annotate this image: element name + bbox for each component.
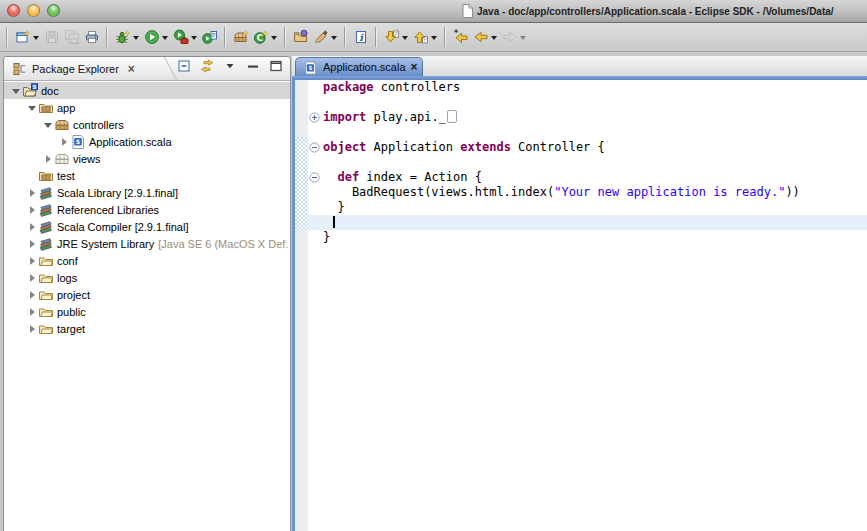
zoom-button[interactable] <box>47 4 60 17</box>
next-annotation-button[interactable] <box>382 25 411 49</box>
debug-button[interactable] <box>113 25 142 49</box>
window-title-text: Java - doc/app/controllers/Application.s… <box>477 6 834 17</box>
run-history-dropdown-arrow-icon[interactable] <box>190 35 198 40</box>
run-button[interactable] <box>142 25 171 49</box>
project-tree[interactable]: SdocappcontrollersSApplication.scalaview… <box>4 81 290 531</box>
save-all-button[interactable] <box>62 25 82 49</box>
expand-arrow[interactable] <box>26 206 38 214</box>
svg-text:S: S <box>76 137 80 144</box>
tree-item-views[interactable]: views <box>4 150 290 167</box>
close-button[interactable] <box>7 4 20 17</box>
expand-arrow[interactable] <box>58 138 70 146</box>
tree-item-conf[interactable]: conf <box>4 252 290 269</box>
expand-arrow[interactable] <box>26 325 38 333</box>
minimize-button[interactable] <box>244 59 262 77</box>
save-button[interactable] <box>42 25 62 49</box>
library-icon <box>38 202 54 218</box>
tree-item-public[interactable]: public <box>4 303 290 320</box>
debug-dropdown-arrow-icon[interactable] <box>132 35 140 40</box>
code-line-8[interactable]: BadRequest(views.html.index("Your new ap… <box>308 185 867 200</box>
expand-arrow[interactable] <box>42 121 54 128</box>
tree-item-test[interactable]: test <box>4 167 290 184</box>
tree-item-target[interactable]: target <box>4 320 290 337</box>
expand-arrow[interactable] <box>26 291 38 299</box>
previous-annotation-button[interactable] <box>411 25 440 49</box>
expand-arrow[interactable] <box>26 189 38 197</box>
string-token: "Your new application is ready." <box>554 185 785 199</box>
package-explorer-title: Package Explorer <box>32 63 119 75</box>
open-type-icon <box>293 29 309 45</box>
close-view-icon[interactable]: × <box>128 63 135 75</box>
last-edit-location-button[interactable]: * <box>451 25 471 49</box>
expand-arrow[interactable] <box>26 104 38 111</box>
package-explorer-tab[interactable]: Package Explorer × <box>4 57 135 80</box>
code-line-9[interactable]: } <box>308 200 867 215</box>
tree-item-app[interactable]: app <box>4 99 290 116</box>
code-line-10[interactable] <box>308 215 867 230</box>
search-brush-button[interactable] <box>311 25 340 49</box>
next-annotation-dropdown-arrow-icon[interactable] <box>401 35 409 40</box>
javadoc-info-button[interactable]: i <box>351 25 371 49</box>
collapse-all-button[interactable] <box>175 59 193 77</box>
maximize-button[interactable] <box>267 59 285 77</box>
code-line-6[interactable] <box>308 155 867 170</box>
run-dropdown-arrow-icon[interactable] <box>161 35 169 40</box>
code-line-5[interactable]: object Application extends Controller { <box>308 140 867 155</box>
back-dropdown-arrow-icon[interactable] <box>490 35 498 40</box>
expand-arrow[interactable] <box>42 155 54 163</box>
new-java-package-button[interactable] <box>231 25 251 49</box>
expand-arrow[interactable] <box>26 308 38 316</box>
expand-arrow[interactable] <box>26 223 38 231</box>
tree-item-application-scala[interactable]: SApplication.scala <box>4 133 290 150</box>
new-java-class-button[interactable]: C <box>251 25 280 49</box>
tree-item-jre-system-library[interactable]: JRE System Library[Java SE 6 (MacOS X De… <box>4 235 290 252</box>
code-editor[interactable]: package controllersimport play.api._obje… <box>292 80 867 531</box>
code-line-11[interactable]: } <box>308 230 867 245</box>
main-toolbar: Ci* <box>0 23 867 52</box>
tree-item-project[interactable]: project <box>4 286 290 303</box>
link-with-editor-button[interactable] <box>198 59 216 77</box>
tree-item-logs[interactable]: logs <box>4 269 290 286</box>
fold-plus-icon[interactable] <box>309 112 320 123</box>
code-line-3[interactable]: import play.api._ <box>308 110 867 125</box>
changed-lines-indicator <box>295 137 308 230</box>
tree-item-doc[interactable]: Sdoc <box>4 82 290 99</box>
minimize-button[interactable] <box>27 4 40 17</box>
expand-arrow[interactable] <box>10 87 22 94</box>
code-line-2[interactable] <box>308 95 867 110</box>
tree-item-controllers[interactable]: controllers <box>4 116 290 133</box>
code-text-area[interactable]: package controllersimport play.api._obje… <box>308 80 867 245</box>
expand-arrow[interactable] <box>26 240 38 248</box>
back-button[interactable] <box>471 25 500 49</box>
new-wizard-button[interactable] <box>13 25 42 49</box>
view-menu-button[interactable] <box>221 59 239 77</box>
tree-item-scala-compiler-2-9-1-final[interactable]: Scala Compiler [2.9.1.final] <box>4 218 290 235</box>
expand-arrow[interactable] <box>26 257 38 265</box>
search-brush-dropdown-arrow-icon[interactable] <box>330 35 338 40</box>
editor-tab-application-scala[interactable]: S Application.scala × <box>295 57 423 76</box>
collapsed-code-box[interactable] <box>447 110 457 123</box>
code-line-1[interactable]: package controllers <box>308 80 867 95</box>
forward-button[interactable] <box>500 25 529 49</box>
fold-minus-icon[interactable] <box>309 172 320 183</box>
new-java-class-dropdown-arrow-icon[interactable] <box>270 35 278 40</box>
run-history-button[interactable] <box>171 25 200 49</box>
code-line-4[interactable] <box>308 125 867 140</box>
print-button[interactable] <box>82 25 102 49</box>
next-annotation-icon <box>384 29 400 45</box>
open-type-button[interactable] <box>291 25 311 49</box>
close-tab-icon[interactable]: × <box>411 61 418 73</box>
svg-text:S: S <box>308 64 312 70</box>
tree-item-referenced-libraries[interactable]: Referenced Libraries <box>4 201 290 218</box>
tree-item-label: Scala Library [2.9.1.final] <box>57 187 178 199</box>
expand-arrow[interactable] <box>26 274 38 282</box>
tree-item-label: test <box>57 170 75 182</box>
forward-dropdown-arrow-icon[interactable] <box>519 35 527 40</box>
external-tools-button[interactable] <box>200 25 220 49</box>
code-line-7[interactable]: def index = Action { <box>308 170 867 185</box>
previous-annotation-dropdown-arrow-icon[interactable] <box>430 35 438 40</box>
new-wizard-dropdown-arrow-icon[interactable] <box>32 35 40 40</box>
fold-minus-icon[interactable] <box>309 142 320 153</box>
annotation-ruler[interactable] <box>295 80 308 531</box>
tree-item-scala-library-2-9-1-final[interactable]: Scala Library [2.9.1.final] <box>4 184 290 201</box>
